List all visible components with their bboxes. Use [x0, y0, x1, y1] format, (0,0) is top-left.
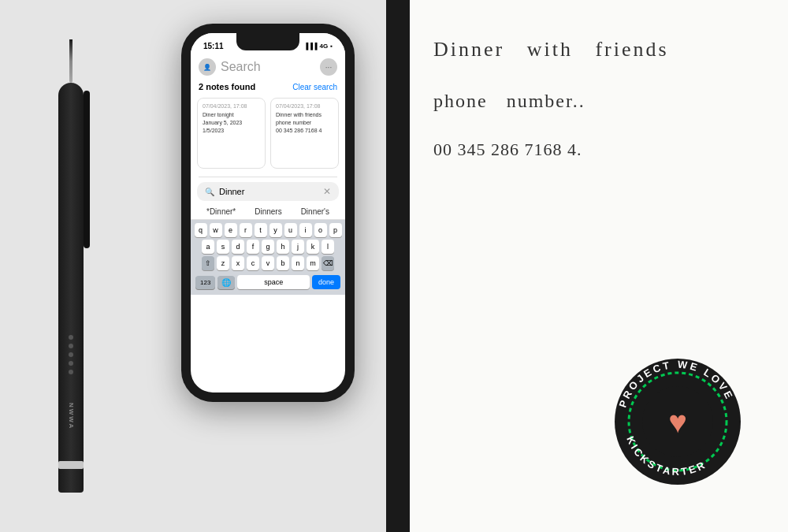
key-backspace[interactable]: ⌫	[322, 256, 334, 270]
phone-notch	[236, 33, 299, 50]
handwriting-line-1: Dinner with friends	[433, 32, 756, 69]
key-s[interactable]: s	[217, 240, 229, 254]
autocomplete-1[interactable]: *Dinner*	[206, 207, 236, 216]
signal-icon: ▐▐▐	[303, 43, 317, 50]
search-icon: 🔍	[205, 188, 214, 196]
notebook-page: Dinner with friends phone number.. 00 34…	[410, 0, 788, 532]
key-z[interactable]: z	[217, 256, 229, 270]
note-card-2[interactable]: 07/04/2023, 17:08 Dinner with friendspho…	[270, 98, 339, 169]
key-x[interactable]: x	[232, 256, 244, 270]
badge-heart-icon: ♥	[668, 404, 687, 440]
notes-header: 2 notes found Clear search	[191, 79, 345, 95]
note-text-1: Diner tonightJanuary 5, 20231/5/2023	[203, 111, 260, 134]
search-placeholder-label: Search	[221, 60, 315, 74]
key-p[interactable]: p	[329, 223, 342, 237]
note-date-2: 07/04/2023, 17:08	[276, 103, 333, 109]
phone-body: 15:11 ▐▐▐ 4G ▪ 👤 Search ···	[181, 24, 355, 402]
handwriting-line-3: 00 345 286 7168 4.	[433, 134, 756, 166]
badge-outer-ring: PROJECT WE LOVE KICKSTARTER ♥	[615, 359, 741, 485]
notes-cards: 07/04/2023, 17:08 Diner tonightJanuary 5…	[191, 95, 345, 172]
pen-clip	[84, 91, 90, 248]
status-time: 15:11	[203, 42, 224, 50]
pen-container: NWWA	[47, 39, 95, 497]
key-f[interactable]: f	[247, 240, 259, 254]
divider-1	[199, 177, 337, 177]
scene: NWWA 15:11 ▐▐▐ 4G ▪	[0, 0, 788, 532]
clear-search-button[interactable]: Clear search	[292, 83, 337, 91]
note-text-2: Dinner with friendsphone number00 345 28…	[276, 111, 333, 134]
key-q[interactable]: q	[195, 223, 207, 237]
search-clear-icon[interactable]: ✕	[323, 186, 331, 197]
phone-container: 15:11 ▐▐▐ 4G ▪ 👤 Search ···	[181, 24, 355, 512]
badge-heart-container: ♥	[642, 386, 713, 457]
key-a[interactable]: a	[202, 240, 214, 254]
notes-found-label: 2 notes found	[199, 82, 255, 91]
key-g[interactable]: g	[262, 240, 274, 254]
autocomplete-3[interactable]: Dinner's	[301, 207, 329, 216]
pen-band	[58, 461, 84, 469]
note-card-1[interactable]: 07/04/2023, 17:08 Diner tonightJanuary 5…	[197, 98, 266, 169]
autocomplete-bar: *Dinner* Dinners Dinner's	[191, 204, 345, 220]
key-o[interactable]: o	[314, 223, 327, 237]
key-y[interactable]: y	[269, 223, 282, 237]
keyboard: q w e r t y u i o p a s d	[191, 220, 345, 295]
key-done[interactable]: done	[312, 275, 340, 289]
search-input-value[interactable]: Dinner	[219, 187, 318, 196]
key-d[interactable]: d	[232, 240, 244, 254]
kickstarter-badge: PROJECT WE LOVE KICKSTARTER ♥	[615, 359, 741, 485]
more-button[interactable]: ···	[320, 58, 337, 76]
keyboard-bottom-row: 123 🌐 space done	[192, 273, 344, 292]
pen-body: NWWA	[58, 83, 84, 493]
key-j[interactable]: j	[292, 240, 304, 254]
search-bar-area: 👤 Search ···	[191, 55, 345, 79]
key-u[interactable]: u	[284, 223, 297, 237]
network-label: 4G	[319, 43, 328, 50]
user-avatar[interactable]: 👤	[199, 58, 216, 76]
battery-icon: ▪	[330, 43, 333, 50]
key-space[interactable]: space	[237, 275, 310, 289]
key-v[interactable]: v	[262, 256, 274, 270]
key-shift[interactable]: ⇧	[202, 256, 214, 270]
search-input-bar[interactable]: 🔍 Dinner ✕	[197, 182, 339, 201]
note-date-1: 07/04/2023, 17:08	[203, 103, 260, 109]
pen-button-2[interactable]	[69, 344, 73, 348]
key-emoji[interactable]: 🌐	[217, 276, 235, 289]
key-t[interactable]: t	[255, 223, 267, 237]
key-m[interactable]: m	[307, 256, 319, 270]
autocomplete-2[interactable]: Dinners	[255, 207, 281, 216]
pen-tip	[69, 39, 72, 83]
key-i[interactable]: i	[299, 223, 312, 237]
phone-screen: 15:11 ▐▐▐ 4G ▪ 👤 Search ···	[191, 33, 345, 392]
keyboard-row-2: a s d f g h j k l	[192, 240, 344, 254]
key-c[interactable]: c	[247, 256, 259, 270]
key-e[interactable]: e	[225, 223, 237, 237]
pen-button-5[interactable]	[69, 370, 73, 374]
status-icons: ▐▐▐ 4G ▪	[303, 43, 333, 50]
keyboard-row-3: ⇧ z x c v b n m ⌫	[192, 256, 344, 270]
key-w[interactable]: w	[210, 223, 222, 237]
handwriting-line-2: phone number..	[433, 84, 756, 118]
key-k[interactable]: k	[307, 240, 319, 254]
key-b[interactable]: b	[277, 256, 289, 270]
pen-brand-label: NWWA	[68, 403, 75, 430]
key-h[interactable]: h	[277, 240, 289, 254]
keyboard-row-1: q w e r t y u i o p	[192, 223, 344, 237]
notebook-container: Dinner with friends phone number.. 00 34…	[386, 0, 788, 532]
key-n[interactable]: n	[292, 256, 304, 270]
pen-button-1[interactable]	[69, 335, 73, 340]
notebook-cover	[386, 0, 410, 532]
pen-buttons	[69, 335, 73, 374]
key-l[interactable]: l	[322, 240, 334, 254]
pen-button-3[interactable]	[69, 352, 73, 357]
key-r[interactable]: r	[240, 223, 252, 237]
pen-button-4[interactable]	[69, 361, 73, 366]
search-row: 👤 Search ···	[199, 58, 337, 76]
key-numbers[interactable]: 123	[195, 276, 215, 289]
